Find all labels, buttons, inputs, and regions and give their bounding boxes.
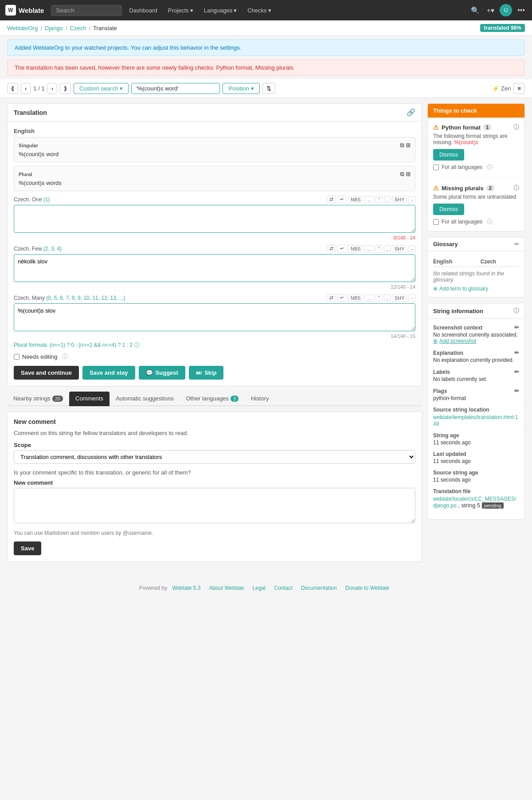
czech-one-chars: 0/140 - 14 <box>14 235 415 240</box>
comment-textarea[interactable] <box>14 488 415 523</box>
nav-prev-btn[interactable]: ‹ <box>21 83 31 94</box>
plural-formula[interactable]: Plural formula: (n==1) ? 0 : (n>=2 && n<… <box>14 341 415 349</box>
tab-history[interactable]: History <box>245 392 275 406</box>
footer-docs-link[interactable]: Documentation <box>301 585 337 591</box>
tb-quote1-btn-1[interactable]: " <box>376 196 383 203</box>
check-python-all-langs-checkbox[interactable] <box>433 165 439 170</box>
position-btn[interactable]: Position ▾ <box>223 83 259 94</box>
nav-first-btn[interactable]: ⟪ <box>7 83 18 94</box>
labels-edit-icon[interactable]: ✏ <box>514 369 519 375</box>
tb-enter-btn-3[interactable]: ↵ <box>337 294 347 302</box>
skip-btn[interactable]: ⏭ Skip <box>189 366 223 380</box>
nav-dashboard[interactable]: Dashboard <box>125 7 161 14</box>
glossary-edit-icon[interactable]: ✏ <box>514 241 519 247</box>
translation-file-label: Translation file <box>433 488 519 494</box>
tb-minus-btn-2[interactable]: - <box>408 245 415 252</box>
copy-icon-4[interactable]: ⊞ <box>406 171 411 178</box>
tb-minus-btn-1[interactable]: - <box>408 196 415 203</box>
check-python-info-icon[interactable]: ⓘ <box>513 123 519 131</box>
save-stay-btn[interactable]: Save and stay <box>82 366 135 380</box>
check-plural-all-langs-checkbox[interactable] <box>433 219 439 225</box>
check-plural-all-langs-info[interactable]: ⓘ <box>487 218 493 226</box>
tb-nbs-btn-1[interactable]: NBS <box>348 196 364 203</box>
dismiss-python-btn[interactable]: Dismiss <box>433 149 464 161</box>
tb-shy-btn-2[interactable]: SHY <box>392 245 407 252</box>
tb-dots-btn-3[interactable]: ... <box>365 294 374 302</box>
tb-quote1-btn-3[interactable]: " <box>376 294 383 302</box>
czech-few-textarea[interactable]: několik slov <box>14 254 415 282</box>
tb-dots-btn-1[interactable]: ... <box>365 196 374 203</box>
navbar-right: 🔍 +▾ U ••• <box>469 4 527 16</box>
check-plural-all-langs: For all languages ⓘ <box>433 218 519 226</box>
singular-copy-icons: ⧉ ⊞ <box>400 142 411 149</box>
copy-icon-3[interactable]: ⧉ <box>400 171 404 178</box>
nav-next-btn[interactable]: › <box>47 83 57 94</box>
footer-donate-link[interactable]: Donate to Weblate <box>345 585 389 591</box>
dismiss-plural-btn[interactable]: Dismiss <box>433 204 464 215</box>
singular-text: %(count)s word <box>19 151 411 157</box>
tb-shy-btn-1[interactable]: SHY <box>392 196 407 203</box>
check-python-all-langs-info[interactable]: ⓘ <box>487 163 493 171</box>
search-value-input[interactable] <box>131 83 220 94</box>
tb-nbs-btn-3[interactable]: NBS <box>348 294 364 302</box>
tab-nearby-strings[interactable]: Nearby strings 20 <box>7 392 69 406</box>
breadcrumb-django[interactable]: Django <box>45 25 63 31</box>
tb-comma1-btn-1[interactable]: , <box>384 196 391 203</box>
tb-comma1-btn-3[interactable]: , <box>384 294 391 302</box>
add-screenshot-link[interactable]: ⊕ Add screenshot <box>433 338 519 344</box>
tb-translate-btn-1[interactable]: ⇄ <box>327 196 336 203</box>
translation-file-suffix: , string 5 <box>458 502 480 509</box>
tb-translate-btn-2[interactable]: ⇄ <box>327 245 336 252</box>
copy-icon-1[interactable]: ⧉ <box>400 142 404 149</box>
footer-about-link[interactable]: About Weblate <box>209 585 244 591</box>
add-icon-btn[interactable]: +▾ <box>485 4 496 16</box>
search-icon-btn[interactable]: 🔍 <box>469 4 481 16</box>
nav-languages[interactable]: Languages ▾ <box>200 7 240 14</box>
source-string-age-row: Source string age 11 seconds ago <box>433 470 519 483</box>
footer-legal-link[interactable]: Legal <box>253 585 266 591</box>
czech-many-textarea[interactable]: %(count)s slov <box>14 303 415 331</box>
more-icon-btn[interactable]: ••• <box>516 4 527 16</box>
check-plural-info-icon[interactable]: ⓘ <box>513 184 519 192</box>
nav-projects[interactable]: Projects ▾ <box>164 7 197 14</box>
tb-enter-btn-2[interactable]: ↵ <box>337 245 347 252</box>
footer-version-link[interactable]: Weblate 5.3 <box>172 585 201 591</box>
settings-icon-btn[interactable]: ≡ <box>513 83 525 94</box>
string-info-icon[interactable]: ⓘ <box>513 307 519 315</box>
navbar-brand[interactable]: W Weblate <box>5 5 44 16</box>
tb-translate-btn-3[interactable]: ⇄ <box>327 294 336 302</box>
copy-icon-2[interactable]: ⊞ <box>406 142 411 149</box>
tb-comma1-btn-2[interactable]: , <box>384 245 391 252</box>
czech-one-textarea[interactable] <box>14 205 415 233</box>
breadcrumb-weblateorg[interactable]: WeblateOrg <box>7 25 38 31</box>
save-continue-btn[interactable]: Save and continue <box>14 366 79 380</box>
source-location-link[interactable]: weblate/templates/translation.html:149 <box>433 414 518 427</box>
scope-select[interactable]: Translation comment, discussions with ot… <box>14 450 415 464</box>
add-term-link[interactable]: ⊕ Add term to glossary <box>433 286 519 292</box>
tab-automatic-suggestions[interactable]: Automatic suggestions <box>110 392 180 406</box>
custom-search-btn[interactable]: Custom search ▾ <box>74 83 129 94</box>
nav-last-btn[interactable]: ⟫ <box>60 83 71 94</box>
tab-other-languages[interactable]: Other languages 3 <box>180 392 245 406</box>
tab-comments[interactable]: Comments <box>69 392 110 406</box>
tb-enter-btn-1[interactable]: ↵ <box>337 196 347 203</box>
breadcrumb-czech[interactable]: Czech <box>70 25 86 31</box>
screenshot-edit-icon[interactable]: ✏ <box>514 324 519 331</box>
footer-contact-link[interactable]: Contact <box>274 585 292 591</box>
tb-quote1-btn-2[interactable]: " <box>376 245 383 252</box>
avatar[interactable]: U <box>500 4 512 16</box>
zen-btn[interactable]: ⚡ Zen <box>492 85 511 92</box>
flags-edit-icon[interactable]: ✏ <box>514 388 519 394</box>
search-input[interactable] <box>51 5 122 16</box>
explanation-edit-icon[interactable]: ✏ <box>514 349 519 356</box>
sort-icon-btn[interactable]: ⇅ <box>262 83 275 94</box>
needs-editing-info-icon[interactable]: ⓘ <box>62 353 68 361</box>
save-comment-btn[interactable]: Save <box>14 541 41 555</box>
tb-dots-btn-2[interactable]: ... <box>365 245 374 252</box>
nav-checks[interactable]: Checks ▾ <box>244 7 274 14</box>
suggest-btn[interactable]: 💬 Suggest <box>139 366 185 380</box>
tb-shy-btn-3[interactable]: SHY <box>392 294 407 302</box>
tb-minus-btn-3[interactable]: - <box>408 294 415 302</box>
tb-nbs-btn-2[interactable]: NBS <box>348 245 364 252</box>
needs-editing-checkbox[interactable] <box>14 354 20 360</box>
